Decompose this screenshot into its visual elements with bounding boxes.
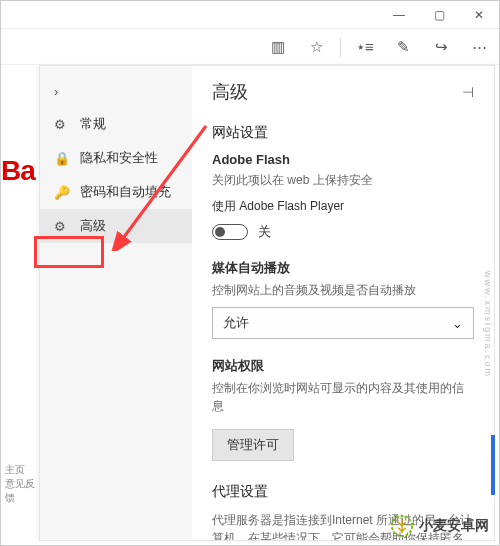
watermark-text: 小麦安卓网 <box>419 517 489 535</box>
sidebar-item-privacy[interactable]: 🔒 隐私和安全性 <box>40 141 192 175</box>
chevron-right-icon: › <box>54 84 70 99</box>
maximize-button[interactable]: ▢ <box>419 1 459 29</box>
more-icon[interactable]: ⋯ <box>465 33 493 61</box>
wheat-icon <box>391 515 413 537</box>
link-home[interactable]: 主页 <box>5 463 39 477</box>
settings-content: 高级 ⊣ 网站设置 Adobe Flash 关闭此项以在 web 上保持安全 使… <box>192 66 494 540</box>
section-website-settings: 网站设置 <box>212 124 474 142</box>
divider <box>340 37 341 57</box>
star-icon[interactable]: ☆ <box>302 33 330 61</box>
close-button[interactable]: ✕ <box>459 1 499 29</box>
section-proxy: 代理设置 <box>212 483 474 501</box>
notes-icon[interactable]: ✎ <box>389 33 417 61</box>
browser-toolbar: ▥ ☆ ⋆≡ ✎ ↪ ⋯ <box>1 29 499 65</box>
sidebar-back[interactable]: › <box>40 76 192 107</box>
sidebar-item-general[interactable]: ⚙ 常规 <box>40 107 192 141</box>
sidebar-item-label: 隐私和安全性 <box>80 149 158 167</box>
media-autoplay-label: 媒体自动播放 <box>212 259 474 277</box>
window-titlebar: — ▢ ✕ <box>1 1 499 29</box>
site-logo: Ba <box>1 155 35 187</box>
select-value: 允许 <box>223 314 249 332</box>
settings-sidebar: › ⚙ 常规 🔒 隐私和安全性 🔑 密码和自动填充 ⚙ 高级 <box>40 66 192 540</box>
page-background: Ba 主页 意见反馈 <box>1 65 39 545</box>
footer-links: 主页 意见反馈 <box>5 463 39 505</box>
flash-use-label: 使用 Adobe Flash Player <box>212 197 474 215</box>
lock-icon: 🔒 <box>54 151 70 166</box>
sidebar-item-passwords[interactable]: 🔑 密码和自动填充 <box>40 175 192 209</box>
chevron-down-icon: ⌄ <box>452 316 463 331</box>
settings-panel: › ⚙ 常规 🔒 隐私和安全性 🔑 密码和自动填充 ⚙ 高级 高级 ⊣ <box>39 65 495 541</box>
share-icon[interactable]: ↪ <box>427 33 455 61</box>
sliders-icon: ⚙ <box>54 219 70 234</box>
sidebar-item-advanced[interactable]: ⚙ 高级 <box>40 209 192 243</box>
flash-desc: 关闭此项以在 web 上保持安全 <box>212 171 474 189</box>
sidebar-item-label: 密码和自动填充 <box>80 183 171 201</box>
media-autoplay-desc: 控制网站上的音频及视频是否自动播放 <box>212 281 474 299</box>
key-icon: 🔑 <box>54 185 70 200</box>
address-bar-left <box>1 29 39 65</box>
site-permissions-label: 网站权限 <box>212 357 474 375</box>
flash-label: Adobe Flash <box>212 152 474 167</box>
sidebar-item-label: 常规 <box>80 115 106 133</box>
flash-toggle[interactable] <box>212 224 248 240</box>
pin-icon[interactable]: ⊣ <box>462 84 474 100</box>
watermark-brand: 小麦安卓网 <box>391 515 489 537</box>
reading-view-icon[interactable]: ▥ <box>264 33 292 61</box>
media-autoplay-select[interactable]: 允许 ⌄ <box>212 307 474 339</box>
page-title: 高级 <box>212 80 248 104</box>
gear-icon: ⚙ <box>54 117 70 132</box>
favorites-icon[interactable]: ⋆≡ <box>351 33 379 61</box>
selection-indicator <box>491 435 495 495</box>
minimize-button[interactable]: — <box>379 1 419 29</box>
manage-permissions-button[interactable]: 管理许可 <box>212 429 294 461</box>
link-feedback[interactable]: 意见反馈 <box>5 477 39 505</box>
toggle-state-label: 关 <box>258 223 271 241</box>
sidebar-item-label: 高级 <box>80 217 106 235</box>
site-permissions-desc: 控制在你浏览时网站可显示的内容及其使用的信息 <box>212 379 474 415</box>
watermark-url: www.xmsigma.com <box>483 271 493 378</box>
